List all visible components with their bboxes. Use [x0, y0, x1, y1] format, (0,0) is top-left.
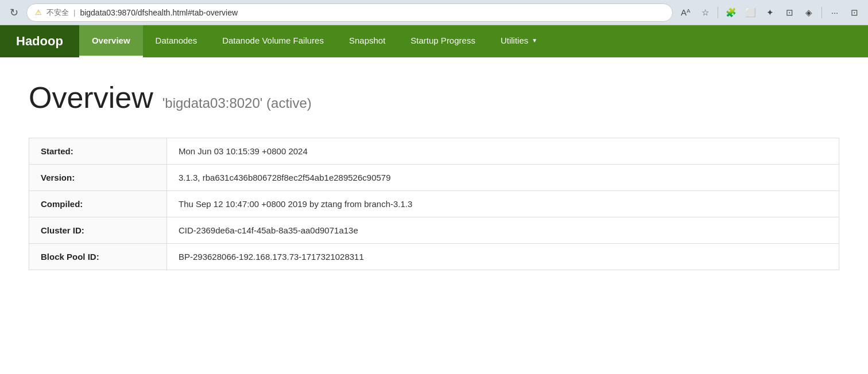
copilot-button[interactable]: ◈	[801, 5, 817, 21]
table-row: Started:Mon Jun 03 10:15:39 +0800 2024	[29, 138, 839, 165]
overview-table: Started:Mon Jun 03 10:15:39 +0800 2024Ve…	[29, 138, 839, 270]
split-view-button[interactable]: ⬜	[742, 5, 758, 21]
page-title-main: Overview	[29, 80, 153, 115]
insecure-label: 不安全	[46, 7, 69, 18]
utilities-label: Utilities	[501, 36, 528, 45]
favorites-button[interactable]: ✦	[762, 5, 778, 21]
row-label: Version:	[29, 165, 167, 191]
separator: |	[73, 8, 75, 17]
navbar-items: Overview Datanodes Datanode Volume Failu…	[79, 25, 868, 57]
row-value: Thu Sep 12 10:47:00 +0800 2019 by ztang …	[167, 191, 839, 217]
row-label: Block Pool ID:	[29, 244, 167, 270]
toolbar-separator-2	[822, 7, 822, 18]
toolbar-separator	[718, 7, 718, 18]
nav-item-overview[interactable]: Overview	[79, 25, 143, 57]
row-label: Cluster ID:	[29, 217, 167, 244]
page-heading: Overview 'bigdata03:8020' (active)	[29, 80, 839, 115]
security-warning-icon: ⚠	[35, 8, 42, 17]
row-value: 3.1.3, rba631c436b806728f8ec2f54ab1e2895…	[167, 165, 839, 191]
browser-toolbar: Aᴬ ☆ 🧩 ⬜ ✦ ⊡ ◈ ··· ⊡	[677, 5, 862, 21]
nav-item-datanode-volume-failures[interactable]: Datanode Volume Failures	[210, 25, 336, 57]
nav-item-utilities[interactable]: Utilities ▼	[488, 25, 550, 57]
navbar-brand[interactable]: Hadoop	[0, 25, 79, 57]
table-row: Version:3.1.3, rba631c436b806728f8ec2f54…	[29, 165, 839, 191]
page-title-subtitle: 'bigdata03:8020' (active)	[162, 95, 312, 111]
browser-chrome: ↻ ⚠ 不安全 | bigdata03:9870/dfshealth.html#…	[0, 0, 868, 25]
row-value: BP-293628066-192.168.173.73-171732102831…	[167, 244, 839, 270]
refresh-button[interactable]: ↻	[6, 5, 22, 21]
row-value: Mon Jun 03 10:15:39 +0800 2024	[167, 138, 839, 165]
table-row: Compiled:Thu Sep 12 10:47:00 +0800 2019 …	[29, 191, 839, 217]
row-label: Started:	[29, 138, 167, 165]
extensions-button[interactable]: 🧩	[723, 5, 739, 21]
table-row: Cluster ID:CID-2369de6a-c14f-45ab-8a35-a…	[29, 217, 839, 244]
refresh-icon: ↻	[10, 6, 18, 19]
row-value: CID-2369de6a-c14f-45ab-8a35-aa0d9071a13e	[167, 217, 839, 244]
url-text: bigdata03:9870/dfshealth.html#tab-overvi…	[80, 8, 664, 17]
nav-item-snapshot[interactable]: Snapshot	[336, 25, 398, 57]
table-row: Block Pool ID:BP-293628066-192.168.173.7…	[29, 244, 839, 270]
nav-item-datanodes[interactable]: Datanodes	[143, 25, 210, 57]
row-label: Compiled:	[29, 191, 167, 217]
page-content: Overview 'bigdata03:8020' (active) Start…	[0, 57, 868, 374]
address-bar[interactable]: ⚠ 不安全 | bigdata03:9870/dfshealth.html#ta…	[26, 3, 673, 22]
utilities-dropdown-arrow: ▼	[532, 37, 537, 44]
more-options-button[interactable]: ···	[827, 5, 843, 21]
bookmark-button[interactable]: ☆	[697, 5, 713, 21]
nav-item-startup-progress[interactable]: Startup Progress	[398, 25, 488, 57]
reader-mode-button[interactable]: Aᴬ	[677, 5, 693, 21]
navbar: Hadoop Overview Datanodes Datanode Volum…	[0, 25, 868, 57]
close-sidebar-button[interactable]: ⊡	[846, 5, 862, 21]
collections-button[interactable]: ⊡	[781, 5, 797, 21]
